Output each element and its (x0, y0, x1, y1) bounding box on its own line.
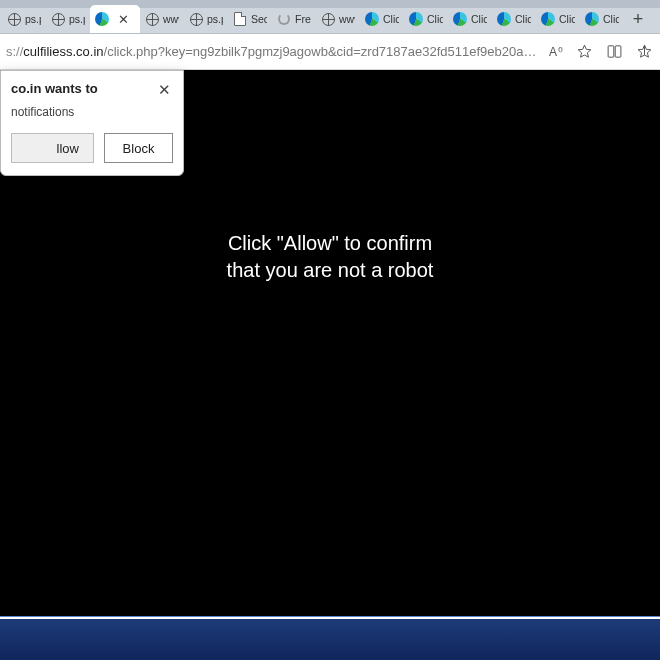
url-path: /click.php?key=ng9zbilk7pgmzj9agowb&cid=… (104, 44, 539, 59)
block-button[interactable]: Block (104, 133, 173, 163)
tab-item[interactable]: Click (536, 5, 580, 33)
tab-item[interactable]: ps.pc (46, 5, 90, 33)
tab-item[interactable]: Click (448, 5, 492, 33)
scam-message: Click "Allow" to confirm that you are no… (227, 230, 434, 284)
edge-icon (409, 12, 423, 26)
edge-icon (365, 12, 379, 26)
tab-label: ps.pc (25, 13, 41, 25)
tab-label: Click (471, 13, 487, 25)
tab-item[interactable]: www (316, 5, 360, 33)
tab-label: ps.pc (69, 13, 85, 25)
globe-icon (145, 12, 159, 26)
scam-message-line2: that you are not a robot (227, 257, 434, 284)
close-icon[interactable]: ✕ (155, 81, 173, 99)
collections-icon[interactable] (634, 42, 654, 62)
tab-label: www (163, 13, 179, 25)
tab-item[interactable]: ps.pc (184, 5, 228, 33)
edge-icon (541, 12, 555, 26)
tab-item[interactable]: www (140, 5, 184, 33)
tab-label: Click (603, 13, 619, 25)
permission-body: notifications (11, 105, 173, 119)
url-host: culfiliess.co.in (23, 44, 103, 59)
globe-icon (7, 12, 21, 26)
tab-item[interactable]: Click (580, 5, 624, 33)
notification-permission-popup: co.in wants to ✕ notifications llow Bloc… (0, 70, 184, 176)
tab-label: Click (515, 13, 531, 25)
loading-icon (277, 12, 291, 26)
tab-item[interactable]: Click (492, 5, 536, 33)
page-content: Click "Allow" to confirm that you are no… (0, 70, 660, 616)
scam-message-line1: Click "Allow" to confirm (227, 230, 434, 257)
new-tab-button[interactable]: + (624, 5, 652, 33)
windows-taskbar[interactable] (0, 616, 660, 660)
tab-item[interactable]: ps.pc (2, 5, 46, 33)
svg-rect-0 (608, 46, 614, 57)
taskbar-top-edge (0, 617, 660, 619)
globe-icon (189, 12, 203, 26)
tab-item[interactable]: Click (404, 5, 448, 33)
address-toolbar: s:// culfiliess.co.in /click.php?key=ng9… (0, 34, 660, 70)
reader-mode-button[interactable]: A⁰ (549, 45, 564, 59)
tab-label: Click (427, 13, 443, 25)
tab-strip: ps.pc ps.pc ✕ www ps.pc Secu Free (0, 0, 660, 34)
tab-label: Secu (251, 13, 267, 25)
edge-icon (497, 12, 511, 26)
edge-icon (95, 12, 109, 26)
page-icon (233, 12, 247, 26)
globe-icon (51, 12, 65, 26)
tab-label: Click (383, 13, 399, 25)
tab-item[interactable]: Click (360, 5, 404, 33)
edge-icon (585, 12, 599, 26)
tab-item[interactable]: Free (272, 5, 316, 33)
tab-label: ps.pc (207, 13, 223, 25)
globe-icon (321, 12, 335, 26)
tab-label: www (339, 13, 355, 25)
browser-window: ps.pc ps.pc ✕ www ps.pc Secu Free (0, 0, 660, 660)
close-icon[interactable]: ✕ (117, 13, 129, 25)
permission-title: co.in wants to (11, 81, 98, 96)
tab-item[interactable]: Secu (228, 5, 272, 33)
allow-button[interactable]: llow (11, 133, 94, 163)
tab-label: Click (559, 13, 575, 25)
split-screen-icon[interactable] (604, 42, 624, 62)
tab-label: Free (295, 13, 311, 25)
address-bar[interactable]: s:// culfiliess.co.in /click.php?key=ng9… (6, 38, 539, 66)
tab-item-active[interactable]: ✕ (90, 5, 140, 33)
edge-icon (453, 12, 467, 26)
url-protocol: s:// (6, 44, 23, 59)
svg-rect-1 (615, 46, 621, 57)
favorite-icon[interactable] (574, 42, 594, 62)
